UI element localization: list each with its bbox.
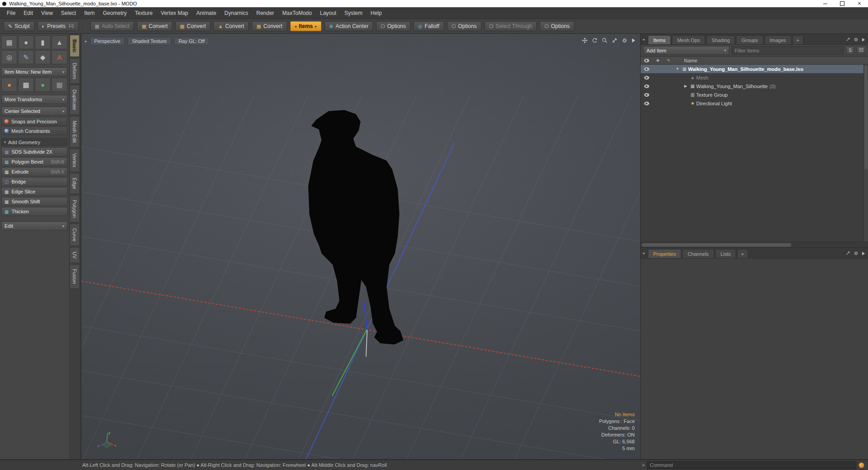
polygon-tool-button[interactable]: ◆ [35,50,51,64]
shading-mode-button[interactable]: Shaded Texture [127,37,171,45]
convert-edges-button[interactable]: ▦ Convert [175,21,210,31]
collapse-expander-icon[interactable]: ▼ [674,67,681,71]
tab-duplicate[interactable]: Duplicate [70,85,80,115]
falloff-button[interactable]: ◎ Falloff [414,21,444,31]
tab-items[interactable]: Items [648,35,671,44]
visibility-toggle[interactable] [641,93,652,97]
scrollbar-thumb[interactable] [864,66,868,169]
tab-deform[interactable]: Deform [70,58,80,84]
tab-channels[interactable]: Channels [682,249,714,258]
command-input[interactable] [647,461,856,469]
cylinder-tool-button[interactable]: ▮ [35,35,51,49]
menu-edit[interactable]: Edit [19,7,37,19]
command-prompt-toggle[interactable]: > [642,462,645,468]
panel-gear-icon[interactable] [854,37,859,42]
panel-menu-arrow-icon[interactable] [862,38,865,42]
menu-geometry[interactable]: Geometry [99,7,131,19]
zoom-icon[interactable] [602,38,608,43]
curve-tool-button[interactable]: ✎ [18,50,34,64]
view-mode-button[interactable]: Perspective [90,37,125,45]
sphere-project-button[interactable]: ● [35,78,51,92]
maximize-button[interactable] [834,0,851,7]
menu-maxtomodo[interactable]: MaxToModo [278,7,316,19]
convert-items-button[interactable]: ▦ Convert [252,21,287,31]
tab-properties[interactable]: Properties [648,249,681,258]
axis-gizmo[interactable]: y x z [97,429,118,449]
smooth-shift-button[interactable]: ▦ Smooth Shift [1,197,67,206]
add-tab-button[interactable]: + [737,249,748,258]
more-transforms-dropdown[interactable]: More Transforms ▾ [1,95,67,104]
mesh-constraints-toggle[interactable]: Mesh Constraints [1,127,67,135]
menu-view[interactable]: View [37,7,57,19]
expand-panel-icon[interactable] [845,37,850,42]
torus-tool-button[interactable]: ◎ [1,50,17,64]
thicken-button[interactable]: ▦ Thicken [1,207,67,216]
center-selected-dropdown[interactable]: Center Selected ▾ [1,107,67,116]
visibility-toggle[interactable] [641,76,652,80]
select-through-button[interactable]: ▢ Select Through [485,21,537,31]
panel-collapse-icon[interactable]: ◂ [642,37,645,42]
convert-polygons-button[interactable]: ▲ Convert [213,21,249,31]
minimize-button[interactable] [816,0,834,7]
panel-menu-arrow-icon[interactable] [862,251,865,256]
filter-items-input[interactable] [731,46,844,55]
tab-groups[interactable]: Groups [736,35,763,44]
menu-select[interactable]: Select [57,7,80,19]
mesh-grid-button[interactable]: ▦ [18,78,34,92]
tab-images[interactable]: Images [764,35,792,44]
menu-layout[interactable]: Layout [316,7,340,19]
raygl-button[interactable]: Ray GL: Off [174,37,209,45]
add-item-dropdown[interactable]: Add Item ▾ [643,46,729,55]
menu-item[interactable]: Item [80,7,99,19]
add-geometry-section-header[interactable]: ▾ Add Geometry [1,138,67,146]
expand-panel-icon[interactable] [845,251,850,256]
expand-expander-icon[interactable]: ▶ [682,84,689,88]
tab-uv[interactable]: UV [70,247,80,263]
bridge-button[interactable]: ◫ Bridge [1,177,67,186]
tree-row-scene-root[interactable]: ▼ ▦ Walking_Young_Man_Silhouette_modo_ba… [641,65,868,73]
convert-vertices-button[interactable]: ▦ Convert [137,21,172,31]
viewport-menu-arrow-icon[interactable] [632,38,636,43]
edge-slice-button[interactable]: ▦ Edge Slice [1,187,67,196]
tab-edge[interactable]: Edge [70,173,80,194]
menu-help[interactable]: Help [367,7,386,19]
close-button[interactable]: × [851,0,868,7]
tree-row-texture-group[interactable]: ▥ Texture Group [641,90,868,99]
tab-vertex[interactable]: Vertex [70,149,80,172]
viewport-cycle-icon[interactable]: ▸ [85,39,87,43]
falloff-options-button[interactable]: ▢ Options [447,21,481,31]
viewport-canvas[interactable]: ▸ Perspective Shaded Texture Ray GL: Off [81,34,640,459]
panel-collapse-icon[interactable]: ◂ [642,251,645,255]
command-history-orb-icon[interactable] [859,462,864,468]
tab-polygon[interactable]: Polygon [70,195,80,222]
auto-select-button[interactable]: ▦ Auto Select [90,21,134,31]
tree-vertical-scrollbar[interactable] [863,65,868,242]
snaps-precision-toggle[interactable]: Snaps and Precision [1,117,67,126]
menu-file[interactable]: File [3,7,19,19]
maximize-viewport-icon[interactable] [612,38,618,43]
pan-move-icon[interactable] [582,38,588,43]
text-tool-button[interactable]: A [52,50,67,64]
tab-lists[interactable]: Lists [715,249,736,258]
panel-gear-icon[interactable] [854,251,859,256]
tab-fusion[interactable]: Fusion [70,264,80,288]
tab-shading[interactable]: Shading [706,35,735,44]
tab-mesh-edit[interactable]: Mesh Edit [70,116,80,147]
list-options-button[interactable] [857,46,865,55]
select-through-options-button[interactable]: ▢ Options [540,21,574,31]
scrollbar-thumb[interactable] [642,243,791,247]
menu-texture[interactable]: Texture [131,7,156,19]
edit-column-header[interactable]: ✎ [663,58,674,63]
menu-render[interactable]: Render [252,7,278,19]
menu-animate[interactable]: Animate [192,7,220,19]
scope-button[interactable]: S [846,46,854,55]
menu-system[interactable]: System [340,7,367,19]
sculpt-button[interactable]: ✎ Sculpt [4,21,34,31]
polygon-bevel-button[interactable]: ▦ Polygon Bevel Shift-B [1,157,67,166]
tree-row-directional-light[interactable]: ★ Directional Light [641,99,868,108]
rotate-view-icon[interactable] [592,38,598,43]
add-column-header[interactable]: ✚ [652,58,663,63]
tree-row-mesh[interactable]: ▲ Mesh [641,73,868,82]
visibility-toggle[interactable] [641,102,652,105]
visibility-toggle[interactable] [641,67,652,71]
